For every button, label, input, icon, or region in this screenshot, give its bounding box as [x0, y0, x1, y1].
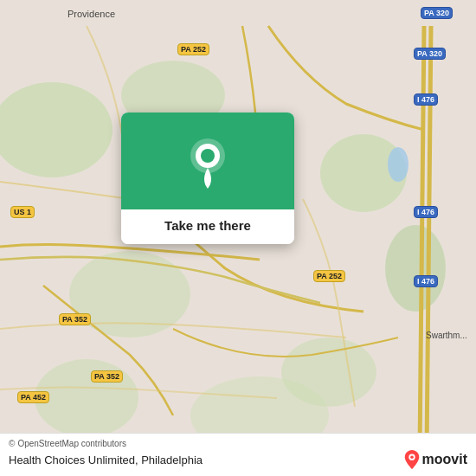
- badge-pa352-left: PA 352: [59, 313, 91, 325]
- svg-point-14: [410, 455, 414, 459]
- badge-pa320: PA 320: [421, 7, 453, 19]
- location-line: Health Choices Unlimited, Philadelphia m…: [9, 450, 467, 469]
- svg-point-7: [35, 359, 138, 437]
- svg-point-12: [201, 149, 215, 163]
- badge-us1: US 1: [10, 206, 35, 218]
- moovit-logo: moovit: [404, 450, 467, 469]
- attribution-line: © OpenStreetMap contributors: [9, 439, 467, 448]
- label-swarthmore: Swarthm...: [426, 331, 467, 340]
- attribution-text: OpenStreetMap contributors: [17, 439, 126, 448]
- map-container: PA 320 PA 252 PA 320 I 476 I 476 I 476 U…: [0, 0, 476, 476]
- badge-i476-mid: I 476: [414, 206, 438, 218]
- badge-pa252-top: PA 252: [177, 43, 209, 55]
- bottom-bar: © OpenStreetMap contributors Health Choi…: [0, 433, 476, 476]
- popup-map-icon-area: [121, 113, 294, 209]
- badge-pa452: PA 452: [17, 391, 49, 403]
- take-me-there-popup[interactable]: Take me there: [121, 113, 294, 244]
- moovit-text: moovit: [422, 452, 467, 467]
- popup-label-area: Take me there: [121, 209, 294, 244]
- location-pin-icon: [185, 137, 230, 190]
- attribution-symbol: ©: [9, 439, 15, 448]
- badge-pa252-mid: PA 252: [313, 270, 345, 282]
- badge-i476-bot: I 476: [414, 275, 438, 287]
- label-providence: Providence: [68, 9, 115, 19]
- badge-i476-top: I 476: [414, 93, 438, 106]
- badge-pa352-bot: PA 352: [91, 370, 123, 383]
- moovit-pin-icon: [404, 450, 420, 469]
- popup-label-text: Take me there: [164, 218, 251, 233]
- badge-pa252-right-top: PA 320: [414, 48, 446, 60]
- svg-point-4: [385, 225, 446, 312]
- svg-point-9: [388, 147, 408, 182]
- location-text: Health Choices Unlimited, Philadelphia: [9, 453, 203, 466]
